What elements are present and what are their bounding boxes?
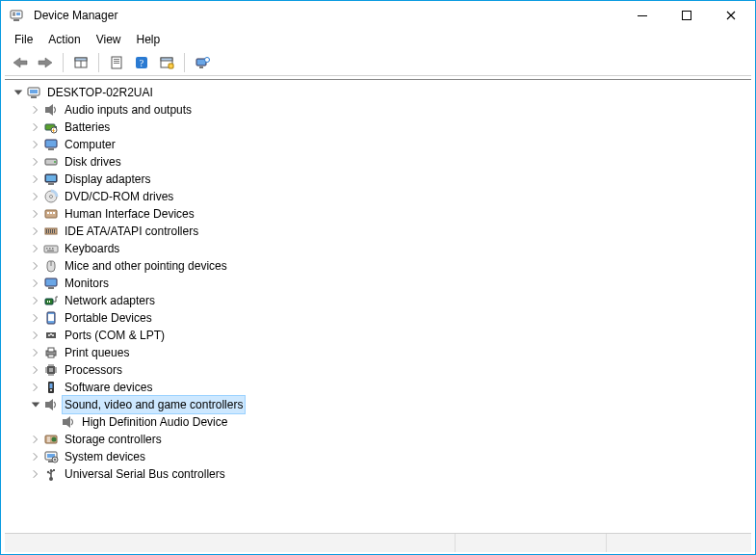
expand-icon[interactable] — [28, 102, 43, 118]
tree-item-high-definition-audio-device[interactable]: High Definition Audio Device — [5, 413, 751, 431]
maximize-button[interactable] — [665, 1, 709, 30]
tree-item-label: Computer — [63, 136, 117, 153]
properties-button[interactable] — [105, 51, 128, 74]
show-hidden-devices-button[interactable] — [191, 51, 214, 74]
tree-item-human-interface-devices[interactable]: Human Interface Devices — [5, 205, 751, 223]
tree-item-ide-ata-atapi-controllers[interactable]: IDE ATA/ATAPI controllers — [5, 223, 751, 240]
tree-item-portable-devices[interactable]: Portable Devices — [5, 309, 751, 327]
expand-icon[interactable] — [28, 310, 43, 326]
expand-icon[interactable] — [28, 206, 43, 222]
disc-icon — [43, 189, 59, 204]
expand-icon[interactable] — [28, 137, 43, 152]
tree-item-audio-inputs-and-outputs[interactable]: Audio inputs and outputs — [5, 101, 751, 119]
help-button[interactable]: ? — [130, 51, 153, 74]
expand-icon[interactable] — [28, 241, 43, 256]
tree-item-print-queues[interactable]: Print queues — [5, 344, 751, 361]
toolbar: ? — [5, 49, 751, 76]
svg-rect-1 — [13, 13, 15, 13]
tree-item-label: Software devices — [63, 379, 154, 396]
expand-icon[interactable] — [28, 189, 43, 204]
tree-item-processors[interactable]: Processors — [5, 361, 751, 379]
svg-text:?: ? — [140, 58, 144, 68]
forward-button[interactable] — [34, 51, 57, 74]
tree-item-label: Universal Serial Bus controllers — [63, 465, 227, 483]
tree-item-dvd-cd-rom-drives[interactable]: DVD/CD-ROM drives — [5, 188, 751, 205]
tree-item-sound-video-and-game-controllers[interactable]: Sound, video and game controllers — [5, 396, 751, 413]
toolbar-separator — [184, 53, 185, 72]
expand-icon[interactable] — [28, 449, 43, 464]
tree-item-disk-drives[interactable]: Disk drives — [5, 153, 751, 171]
svg-rect-18 — [169, 64, 173, 68]
tree-item-display-adapters[interactable]: Display adapters — [5, 171, 751, 188]
expand-icon[interactable] — [28, 362, 43, 378]
tree-item-label: Mice and other pointing devices — [63, 257, 229, 275]
expand-icon[interactable] — [28, 466, 43, 482]
expand-icon[interactable] — [28, 276, 43, 291]
expand-icon[interactable] — [28, 328, 43, 343]
expand-icon[interactable] — [28, 380, 43, 395]
expand-icon[interactable] — [28, 293, 43, 308]
scan-hardware-button[interactable] — [155, 51, 178, 74]
window-title: Device Manager — [34, 9, 117, 22]
collapse-icon[interactable] — [28, 397, 43, 412]
expand-icon[interactable] — [28, 345, 43, 360]
back-button[interactable] — [9, 51, 32, 74]
menu-bar: File Action View Help — [1, 30, 755, 49]
device-tree-panel[interactable]: DESKTOP-02R2UAIAudio inputs and outputsB… — [5, 79, 751, 529]
tree-item-keyboards[interactable]: Keyboards — [5, 240, 751, 257]
show-hide-console-button[interactable] — [69, 51, 92, 74]
storage-icon — [43, 432, 59, 447]
collapse-icon[interactable] — [11, 85, 26, 100]
svg-rect-5 — [638, 15, 647, 16]
expand-icon[interactable] — [28, 172, 43, 187]
drive-icon — [43, 154, 59, 170]
app-icon — [9, 8, 24, 23]
menu-action[interactable]: Action — [40, 31, 88, 48]
tree-item-label: Keyboards — [63, 240, 121, 257]
tree-item-desktop-02r2uai[interactable]: DESKTOP-02R2UAI — [5, 84, 751, 101]
computer-icon — [26, 85, 41, 100]
tree-item-ports-com-lpt[interactable]: Ports (COM & LPT) — [5, 327, 751, 344]
monitor-icon — [43, 276, 59, 291]
system-icon — [43, 449, 59, 464]
tree-item-monitors[interactable]: Monitors — [5, 275, 751, 292]
title-area: Device Manager — [9, 8, 620, 23]
mouse-icon — [43, 258, 59, 274]
svg-rect-11 — [114, 59, 119, 60]
status-region — [607, 534, 751, 552]
svg-rect-6 — [683, 12, 691, 20]
tree-item-batteries[interactable]: Batteries — [5, 119, 751, 136]
close-button[interactable] — [709, 1, 753, 30]
tree-item-label: Sound, video and game controllers — [63, 396, 245, 413]
tree-item-label: Monitors — [63, 275, 111, 292]
keyboard-icon — [43, 241, 59, 256]
toolbar-separator — [63, 53, 64, 72]
monitor2-icon — [43, 172, 59, 187]
menu-view[interactable]: View — [89, 31, 129, 48]
minimize-button[interactable] — [620, 1, 665, 30]
tree-item-system-devices[interactable]: System devices — [5, 448, 751, 465]
menu-file[interactable]: File — [7, 31, 40, 48]
sound-icon — [43, 397, 59, 412]
expand-icon[interactable] — [28, 224, 43, 239]
tree-item-software-devices[interactable]: Software devices — [5, 379, 751, 396]
svg-rect-17 — [161, 58, 172, 61]
tree-item-storage-controllers[interactable]: Storage controllers — [5, 431, 751, 448]
sound-icon — [43, 102, 59, 118]
tree-item-universal-serial-bus-controllers[interactable]: Universal Serial Bus controllers — [5, 465, 751, 483]
tree-item-network-adapters[interactable]: Network adapters — [5, 292, 751, 309]
svg-rect-2 — [13, 14, 15, 15]
expand-icon[interactable] — [28, 258, 43, 274]
tree-item-label: High Definition Audio Device — [80, 413, 229, 431]
svg-rect-8 — [75, 58, 87, 61]
expand-icon[interactable] — [28, 432, 43, 447]
expand-icon[interactable] — [28, 119, 43, 135]
tree-item-label: Processors — [63, 361, 124, 379]
menu-help[interactable]: Help — [129, 31, 169, 48]
battery-icon — [43, 119, 59, 135]
tree-item-label: Disk drives — [63, 153, 123, 171]
tree-item-mice-and-other-pointing-devices[interactable]: Mice and other pointing devices — [5, 257, 751, 275]
tree-item-label: DVD/CD-ROM drives — [63, 188, 175, 205]
tree-item-computer[interactable]: Computer — [5, 136, 751, 153]
expand-icon[interactable] — [28, 154, 43, 170]
